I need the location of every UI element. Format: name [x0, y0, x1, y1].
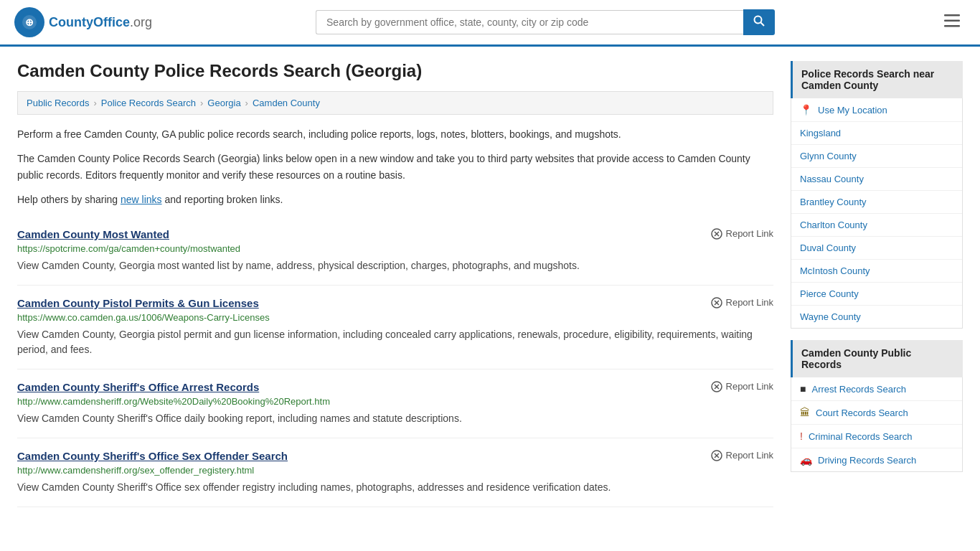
breadcrumb-sep-1: ›: [93, 98, 96, 108]
record-url-2[interactable]: http://www.camdensheriff.org/Website%20D…: [17, 396, 773, 407]
record-item: Camden County Sheriff's Office Arrest Re…: [17, 369, 773, 438]
record-header: Camden County Most Wanted Report Link: [17, 228, 773, 240]
report-link-3[interactable]: Report Link: [711, 450, 773, 461]
description-1: Perform a free Camden County, GA public …: [17, 126, 773, 142]
sidebar-public-records-list: ■Arrest Records Search🏛Court Records Sea…: [791, 377, 963, 472]
sidebar-nearby-link-2[interactable]: Glynn County: [791, 145, 962, 167]
report-icon: [711, 381, 722, 392]
record-header: Camden County Pistol Permits & Gun Licen…: [17, 297, 773, 309]
description-3: Help others by sharing new links and rep…: [17, 192, 773, 207]
report-icon: [711, 450, 722, 461]
breadcrumb-public-records[interactable]: Public Records: [27, 98, 89, 108]
sidebar-nearby-link-3[interactable]: Nassau County: [791, 168, 962, 190]
sidebar-nearby-link-6[interactable]: Duval County: [791, 237, 962, 259]
report-icon: [711, 297, 722, 309]
record-title-1[interactable]: Camden County Pistol Permits & Gun Licen…: [17, 297, 259, 309]
page-title: Camden County Police Records Search (Geo…: [17, 61, 773, 81]
search-input[interactable]: [316, 10, 743, 34]
record-url-1[interactable]: https://www.co.camden.ga.us/1006/Weapons…: [17, 312, 773, 323]
breadcrumb-camden-county[interactable]: Camden County: [253, 98, 320, 108]
record-item: Camden County Pistol Permits & Gun Licen…: [17, 286, 773, 369]
record-item: Camden County Most Wanted Report Link ht…: [17, 217, 773, 286]
new-links-link[interactable]: new links: [121, 194, 162, 205]
breadcrumb-georgia[interactable]: Georgia: [207, 98, 240, 108]
sidebar-nearby-item: Charlton County: [791, 214, 962, 237]
record-header: Camden County Sheriff's Office Sex Offen…: [17, 450, 773, 462]
record-desc-1: View Camden County, Georgia pistol permi…: [17, 327, 773, 357]
sidebar-nearby-item: Brantley County: [791, 191, 962, 214]
menu-button[interactable]: [938, 10, 966, 34]
sidebar-nearby-item: Wayne County: [791, 306, 962, 328]
court-icon: 🏛: [800, 407, 810, 418]
search-button[interactable]: [743, 9, 775, 35]
breadcrumb-sep-2: ›: [200, 98, 203, 108]
record-title-2[interactable]: Camden County Sheriff's Office Arrest Re…: [17, 381, 259, 393]
sidebar-nearby-link-1[interactable]: Kingsland: [791, 122, 962, 144]
sidebar-public-records-link-1[interactable]: 🏛Court Records Search: [791, 401, 962, 424]
sidebar-nearby-heading: Police Records Search near Camden County: [791, 61, 963, 98]
svg-point-3: [755, 17, 762, 24]
sidebar-nearby-item: Nassau County: [791, 168, 962, 191]
location-icon: 📍: [800, 104, 812, 116]
svg-rect-6: [944, 20, 960, 22]
report-link-1[interactable]: Report Link: [711, 297, 773, 309]
sidebar-public-records-item: 🏛Court Records Search: [791, 401, 962, 425]
record-url-0[interactable]: https://spotcrime.com/ga/camden+county/m…: [17, 243, 773, 254]
record-desc-0: View Camden County, Georgia most wanted …: [17, 258, 773, 273]
sidebar-nearby-link-0[interactable]: 📍Use My Location: [791, 98, 962, 121]
content-area: Camden County Police Records Search (Geo…: [17, 61, 773, 507]
sidebar-nearby-item: Glynn County: [791, 145, 962, 168]
sidebar-public-records-link-2[interactable]: !Criminal Records Search: [791, 425, 962, 448]
logo-icon: ⊕: [14, 7, 44, 37]
breadcrumb: Public Records › Police Records Search ›…: [17, 91, 773, 115]
sidebar: Police Records Search near Camden County…: [791, 61, 963, 507]
records-container: Camden County Most Wanted Report Link ht…: [17, 217, 773, 507]
sidebar-nearby-list: 📍Use My LocationKingslandGlynn CountyNas…: [791, 98, 963, 329]
driving-icon: 🚗: [800, 454, 812, 466]
record-item: Camden County Sheriff's Office Sex Offen…: [17, 438, 773, 507]
svg-text:⊕: ⊕: [25, 17, 34, 28]
sidebar-public-records-link-3[interactable]: 🚗Driving Records Search: [791, 448, 962, 471]
logo-text: CountyOffice.org: [49, 15, 152, 30]
sidebar-nearby-section: Police Records Search near Camden County…: [791, 61, 963, 329]
sidebar-public-records-item: !Criminal Records Search: [791, 425, 962, 448]
report-icon: [711, 228, 722, 240]
sidebar-nearby-link-8[interactable]: Pierce County: [791, 283, 962, 305]
sidebar-public-records-section: Camden County Public Records ■Arrest Rec…: [791, 340, 963, 472]
report-link-0[interactable]: Report Link: [711, 228, 773, 240]
sidebar-nearby-link-5[interactable]: Charlton County: [791, 214, 962, 236]
record-url-3[interactable]: http://www.camdensheriff.org/sex_offende…: [17, 465, 773, 476]
sidebar-nearby-link-9[interactable]: Wayne County: [791, 306, 962, 328]
criminal-icon: !: [800, 430, 803, 442]
logo-area: ⊕ CountyOffice.org: [14, 7, 152, 37]
sidebar-nearby-item: Pierce County: [791, 283, 962, 306]
sidebar-public-records-link-0[interactable]: ■Arrest Records Search: [791, 377, 962, 400]
breadcrumb-police-records-search[interactable]: Police Records Search: [101, 98, 196, 108]
record-title-3[interactable]: Camden County Sheriff's Office Sex Offen…: [17, 450, 288, 462]
svg-rect-5: [944, 14, 960, 17]
sidebar-nearby-item: McIntosh County: [791, 260, 962, 283]
header-right: [938, 10, 966, 34]
sidebar-public-records-item: 🚗Driving Records Search: [791, 448, 962, 471]
sidebar-nearby-item: Kingsland: [791, 122, 962, 145]
record-header: Camden County Sheriff's Office Arrest Re…: [17, 381, 773, 393]
search-area: [316, 9, 775, 35]
record-desc-2: View Camden County Sheriff's Office dail…: [17, 411, 773, 426]
breadcrumb-sep-3: ›: [245, 98, 248, 108]
sidebar-public-records-heading: Camden County Public Records: [791, 340, 963, 377]
description-2: The Camden County Police Records Search …: [17, 151, 773, 183]
sidebar-nearby-item: 📍Use My Location: [791, 98, 962, 122]
arrest-icon: ■: [800, 383, 806, 395]
sidebar-nearby-item: Duval County: [791, 237, 962, 260]
svg-line-4: [761, 23, 765, 27]
header: ⊕ CountyOffice.org: [0, 0, 980, 47]
sidebar-nearby-link-4[interactable]: Brantley County: [791, 191, 962, 213]
sidebar-nearby-link-7[interactable]: McIntosh County: [791, 260, 962, 282]
main-container: Camden County Police Records Search (Geo…: [0, 47, 980, 522]
record-desc-3: View Camden County Sheriff's Office sex …: [17, 480, 773, 495]
sidebar-public-records-item: ■Arrest Records Search: [791, 377, 962, 401]
report-link-2[interactable]: Report Link: [711, 381, 773, 392]
svg-rect-7: [944, 25, 960, 27]
record-title-0[interactable]: Camden County Most Wanted: [17, 228, 169, 240]
